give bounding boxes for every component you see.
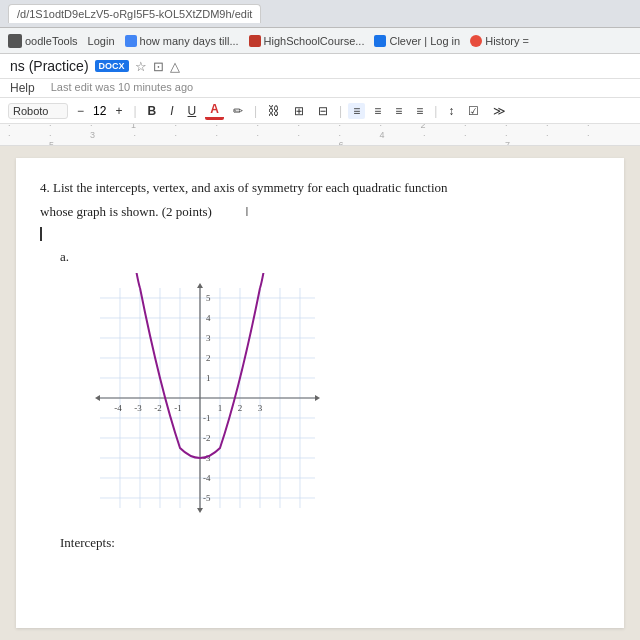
svg-text:-5: -5 (203, 493, 211, 503)
font-increase[interactable]: + (110, 103, 127, 119)
svg-text:1: 1 (218, 403, 223, 413)
doc-header: ns (Practice) DOCX ☆ ⊡ △ (0, 54, 640, 79)
align-justify-button[interactable]: ≡ (411, 103, 428, 119)
sep1: | (133, 104, 136, 118)
bookmark-oodletools[interactable]: oodleTools (8, 34, 78, 48)
svg-text:-2: -2 (154, 403, 162, 413)
graph-container: -4 -3 -2 -1 1 2 3 5 4 3 2 1 -1 -2 -3 -4 … (80, 273, 320, 523)
menu-help[interactable]: Help (10, 81, 35, 95)
bold-button[interactable]: B (143, 103, 162, 119)
hs-icon (249, 35, 261, 47)
font-size: 12 (93, 104, 106, 118)
svg-text:-2: -2 (203, 433, 211, 443)
font-decrease[interactable]: − (72, 103, 89, 119)
checklist-button[interactable]: ☑ (463, 103, 484, 119)
svg-marker-23 (315, 395, 320, 401)
tab-googledocs[interactable]: /d/1S1odtD9eLzV5-oRgI5F5-kOL5XtZDM9h/edi… (8, 4, 261, 23)
question-text-2: whose graph is shown. (2 points) I (40, 202, 600, 222)
google-icon (125, 35, 137, 47)
svg-text:3: 3 (206, 333, 211, 343)
link-button[interactable]: ⛓ (263, 103, 285, 119)
align-center-button[interactable]: ≡ (369, 103, 386, 119)
svg-text:-1: -1 (174, 403, 182, 413)
format-toolbar: Roboto − 12 + | B I U A ✏ | ⛓ ⊞ ⊟ | ≡ ≡ … (0, 98, 640, 124)
svg-marker-25 (197, 283, 203, 288)
intercepts-label: Intercepts: (60, 535, 600, 551)
sep2: | (254, 104, 257, 118)
underline-button[interactable]: U (183, 103, 202, 119)
star-icon[interactable]: ☆ (135, 59, 147, 74)
doc-content: 4. List the intercepts, vertex, and axis… (16, 158, 624, 628)
italic-button[interactable]: I (165, 103, 178, 119)
font-selector[interactable]: Roboto (8, 103, 68, 119)
bookmark-howmany[interactable]: how many days till... (125, 35, 239, 47)
svg-marker-24 (95, 395, 100, 401)
browser-toolbar: /d/1S1odtD9eLzV5-oRgI5F5-kOL5XtZDM9h/edi… (0, 0, 640, 28)
bookmark-clever[interactable]: Clever | Log in (374, 35, 460, 47)
align-right-button[interactable]: ≡ (390, 103, 407, 119)
history-icon (470, 35, 482, 47)
svg-text:5: 5 (206, 293, 211, 303)
share-icon[interactable]: △ (170, 59, 180, 74)
doc-menu: Help Last edit was 10 minutes ago (0, 79, 640, 98)
move-icon[interactable]: ⊡ (153, 59, 164, 74)
doc-title: ns (Practice) (10, 58, 89, 74)
more-format-button[interactable]: ≫ (488, 103, 511, 119)
svg-text:-4: -4 (114, 403, 122, 413)
cursor-line (40, 225, 600, 241)
bookmark-history[interactable]: History = (470, 35, 529, 47)
doc-header-icons: ☆ ⊡ △ (135, 59, 180, 74)
clever-icon (374, 35, 386, 47)
ruler: · · · 1 · · · · · · 2 · · · · · · 3 · · … (0, 124, 640, 146)
svg-text:-4: -4 (203, 473, 211, 483)
svg-marker-26 (197, 508, 203, 513)
pencil-button[interactable]: ✏ (228, 103, 248, 119)
image-button[interactable]: ⊞ (289, 103, 309, 119)
bookmark-login[interactable]: Login (88, 35, 115, 47)
svg-text:-3: -3 (134, 403, 142, 413)
bookmarks-bar: oodleTools Login how many days till... H… (0, 28, 640, 54)
docx-badge: DOCX (95, 60, 129, 72)
svg-text:4: 4 (206, 313, 211, 323)
bookmark-icon (8, 34, 22, 48)
graph-svg: -4 -3 -2 -1 1 2 3 5 4 3 2 1 -1 -2 -3 -4 … (80, 273, 320, 523)
bookmark-highschool[interactable]: HighSchoolCourse... (249, 35, 365, 47)
svg-text:2: 2 (206, 353, 211, 363)
sub-label-a: a. (60, 249, 600, 265)
question-text: 4. List the intercepts, vertex, and axis… (40, 178, 600, 198)
font-color-button[interactable]: A (205, 101, 224, 120)
line-spacing-button[interactable]: ↕ (443, 103, 459, 119)
svg-text:2: 2 (238, 403, 243, 413)
text-cursor (40, 227, 42, 241)
table-button[interactable]: ⊟ (313, 103, 333, 119)
svg-text:1: 1 (206, 373, 211, 383)
svg-text:-1: -1 (203, 413, 211, 423)
sep4: | (434, 104, 437, 118)
cursor-indicator: I (245, 205, 248, 219)
align-left-button[interactable]: ≡ (348, 103, 365, 119)
last-edit: Last edit was 10 minutes ago (51, 81, 193, 95)
svg-text:3: 3 (258, 403, 263, 413)
sep3: | (339, 104, 342, 118)
